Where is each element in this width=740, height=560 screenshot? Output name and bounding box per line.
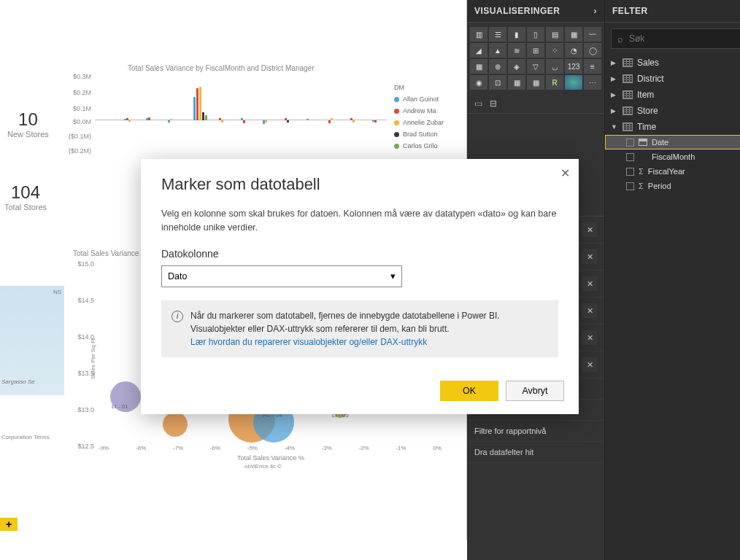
chevron-down-icon: ▾	[390, 271, 396, 281]
info-text: Når du markerer som datotabell, fjernes …	[190, 311, 500, 334]
dialog-actions: OK Avbryt	[141, 370, 579, 414]
date-column-select[interactable]: Dato ▾	[161, 265, 402, 287]
cancel-button[interactable]: Avbryt	[506, 381, 564, 401]
mark-as-date-table-dialog: ✕ Marker som datotabell Velg en kolonne …	[141, 159, 579, 414]
modal-overlay: ✕ Marker som datotabell Velg en kolonne …	[0, 0, 740, 560]
dialog-description: Velg en kolonne som skal brukes for dato…	[161, 207, 558, 235]
dialog-title: Marker som datotabell	[161, 175, 558, 194]
learn-more-link[interactable]: Lær hvordan du reparerer visualobjekter …	[190, 337, 427, 347]
info-icon: i	[171, 311, 183, 322]
close-button[interactable]: ✕	[558, 163, 573, 183]
select-value: Dato	[168, 271, 187, 281]
date-column-label: Datokolonne	[161, 248, 558, 260]
ok-button[interactable]: OK	[440, 381, 498, 401]
info-banner: i Når du markerer som datotabell, fjerne…	[161, 300, 558, 357]
